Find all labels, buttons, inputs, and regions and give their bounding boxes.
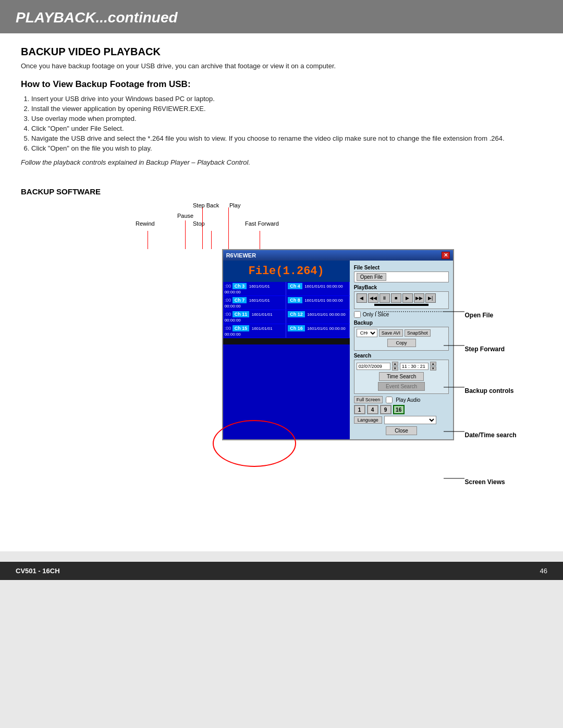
label-fast-forward: Fast Forward bbox=[245, 220, 279, 227]
main-content: BACKUP VIDEO PLAYBACK Once you have back… bbox=[0, 33, 563, 187]
bottom-bar bbox=[223, 338, 350, 344]
play-reverse-btn[interactable]: ◀ bbox=[357, 293, 367, 303]
ui-wrapper: R6VIEWER ✕ File(1.264) :00 bbox=[21, 249, 542, 510]
video-cell-3: :00 Ch 7 1601/01/01 00:00:00 bbox=[223, 296, 287, 310]
diagram-outer: Step Back Play Pause Rewind Stop Fast Fo… bbox=[21, 202, 542, 551]
side-labels: Open File Step Forward Backup controls D… bbox=[464, 249, 542, 510]
label-step-back: Step Back bbox=[193, 202, 219, 208]
italic-note: Follow the playback controls explained i… bbox=[21, 158, 542, 166]
video-cell-5: :00 Ch 11 1601/01/01 00:00:00 bbox=[223, 310, 287, 324]
ann-line-step-back bbox=[202, 207, 203, 249]
video-row-2: :00 Ch 7 1601/01/01 00:00:00 Ch 8 1601/0… bbox=[223, 296, 350, 310]
ann-line-rewind bbox=[148, 231, 148, 249]
backup-software-title: BACKUP SOFTWARE bbox=[21, 187, 542, 196]
step-6: Click "Open" on the file you wish to pla… bbox=[31, 144, 542, 152]
video-row-1: :00 Ch 3 1601/01/01 00:00:00 Ch 4 1601/0… bbox=[223, 282, 350, 296]
video-cell-2: Ch 4 1601/01/01 00:00:00 bbox=[286, 282, 350, 295]
header-bar: PLAYBACK...continued bbox=[0, 0, 563, 33]
ann-line-ff bbox=[260, 231, 260, 249]
label-rewind: Rewind bbox=[136, 220, 155, 227]
step-3: Use overlay mode when prompted. bbox=[31, 115, 542, 122]
video-row-3: :00 Ch 11 1601/01/01 00:00:00 Ch 12 1601… bbox=[223, 310, 350, 324]
footer-model: CV501 - 16CH bbox=[16, 567, 60, 575]
label-stop: Stop bbox=[193, 220, 205, 227]
ann-line-stop bbox=[211, 231, 212, 249]
only-i-slice-checkbox[interactable] bbox=[354, 311, 361, 318]
ann-line-play bbox=[228, 207, 229, 249]
backup-software-section: BACKUP SOFTWARE Step Back Play Pause Rew… bbox=[0, 187, 563, 551]
section2-title: How to View Backup Footage from USB: bbox=[21, 79, 542, 90]
video-cell-7: :00 Ch 15 1601/01/01 00:00:00 bbox=[223, 324, 287, 338]
video-cell-8: Ch 16 1601/01/01 00:00:00 bbox=[286, 324, 350, 338]
video-cell-1: :00 Ch 3 1601/01/01 00:00:00 bbox=[223, 282, 287, 295]
file-display: File(1.264) bbox=[223, 261, 350, 282]
video-row-4: :00 Ch 15 1601/01/01 00:00:00 Ch 16 1601… bbox=[223, 324, 350, 338]
annotation-svg bbox=[376, 233, 475, 494]
view-1-button[interactable]: 1 bbox=[354, 405, 365, 414]
section1-intro: Once you have backup footage on your USB… bbox=[21, 62, 542, 70]
top-annotations: Step Back Play Pause Rewind Stop Fast Fo… bbox=[125, 202, 375, 249]
video-cell-6: Ch 12 1601/01/01 00:00:00 bbox=[286, 310, 350, 324]
page-title: PLAYBACK...continued bbox=[16, 9, 547, 26]
ann-line-pause bbox=[185, 220, 186, 249]
step-4: Click "Open" under File Select. bbox=[31, 125, 542, 132]
channel-select[interactable]: CH01 bbox=[357, 329, 377, 337]
steps-list: Insert your USB drive into your Windows … bbox=[21, 95, 542, 152]
titlebar-text: R6VIEWER bbox=[226, 252, 256, 258]
video-panel: File(1.264) :00 Ch 3 1601/01/01 00:00:00… bbox=[223, 261, 350, 439]
step-2: Install the viewer application by openin… bbox=[31, 105, 542, 113]
label-play: Play bbox=[229, 202, 240, 208]
footer-page: 46 bbox=[540, 567, 547, 575]
step-1: Insert your USB drive into your Windows … bbox=[31, 95, 542, 103]
video-cell-4: Ch 8 1601/01/01 00:00:00 bbox=[286, 296, 350, 310]
label-pause: Pause bbox=[177, 213, 193, 219]
file-name: File(1.264) bbox=[223, 265, 350, 278]
footer: CV501 - 16CH 46 bbox=[0, 562, 563, 580]
step-5: Navigate the USB drive and select the *.… bbox=[31, 134, 542, 142]
section1-title: BACKUP VIDEO PLAYBACK bbox=[21, 46, 542, 58]
